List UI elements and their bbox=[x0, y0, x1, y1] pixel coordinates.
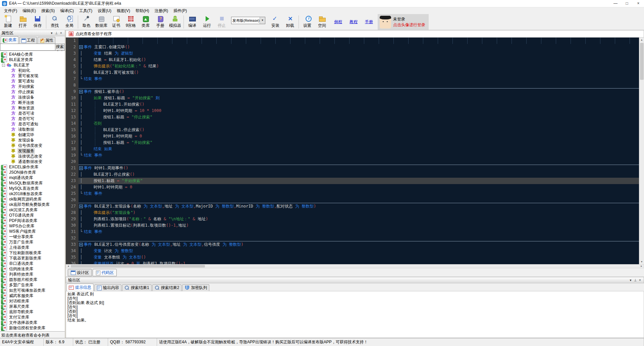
tree-item[interactable]: BLE蓝牙类库 bbox=[0, 57, 65, 62]
tree-item[interactable]: 事通道数据改变 bbox=[0, 159, 65, 164]
tree-item[interactable]: 万普广告类库 bbox=[0, 239, 65, 245]
tab-encrypt-queue[interactable]: 加密队列 bbox=[182, 284, 209, 291]
menu-item-2[interactable]: 搜索(S) bbox=[39, 7, 57, 14]
tree-item[interactable]: WS客户端类库 bbox=[0, 229, 65, 234]
manual-link[interactable]: 手册 bbox=[365, 19, 373, 25]
tab-project[interactable]: 工程 bbox=[19, 37, 37, 44]
login-area[interactable]: 未登录点击头像进行登录 bbox=[378, 14, 429, 30]
maximize-button[interactable]: □ bbox=[621, 0, 633, 7]
menu-item-1[interactable]: 编辑(E) bbox=[20, 7, 39, 14]
tree-item[interactable]: 信鸽推送类库 bbox=[0, 266, 65, 272]
close-icon[interactable]: × bbox=[59, 31, 63, 36]
tree-item[interactable]: 事连接状态改变 bbox=[0, 154, 65, 159]
uninstall-button[interactable]: 卸载 bbox=[283, 14, 298, 30]
code-line[interactable]: 5│ 弹出提示("初始化结果：" & 结果) bbox=[66, 63, 644, 69]
tree-item[interactable]: 如意可视播放器类库 bbox=[0, 288, 65, 293]
tree-item[interactable]: 方停止搜索 bbox=[0, 89, 65, 95]
tree-item[interactable]: 方读取数据 bbox=[0, 127, 65, 132]
tree-item[interactable]: 方是否可写 bbox=[0, 116, 65, 121]
tree-item[interactable]: 下载器更新版类库 bbox=[0, 255, 65, 261]
code-line[interactable]: 21−事件 时钟1.周期事件() bbox=[66, 165, 644, 171]
code-line[interactable]: 24│ 时钟1.时钟周期 = 0 bbox=[66, 184, 644, 190]
find-button[interactable]: 查找 bbox=[47, 14, 62, 30]
menu-item-3[interactable]: 编译(C) bbox=[57, 7, 76, 14]
tree-item[interactable]: 方断开连接 bbox=[0, 100, 65, 105]
nine-grid-button[interactable]: 9宫格 bbox=[123, 14, 138, 30]
code-line[interactable]: 36│ 变量循环首 计次 = 0 至 列表框1.取项目数()-1 bbox=[66, 261, 644, 264]
install-button[interactable]: 安装 bbox=[268, 14, 283, 30]
save-button[interactable]: 保存 bbox=[30, 14, 45, 30]
menu-item-7[interactable]: 帮助(H) bbox=[133, 7, 152, 14]
collapse-icon[interactable]: − bbox=[79, 243, 83, 246]
tree-item[interactable]: 文件选择器类库 bbox=[0, 320, 65, 325]
horizontal-scrollbar[interactable]: ◄ ► bbox=[66, 264, 644, 268]
search-command-button[interactable]: 搜索命令 bbox=[55, 44, 65, 51]
code-line[interactable]: 2−事件 主窗口.创建完毕() bbox=[66, 44, 644, 50]
collapse-icon[interactable]: − bbox=[79, 166, 83, 170]
tab-code-area[interactable]: 代码区 bbox=[93, 269, 117, 276]
tree-item[interactable]: 对话框类库 bbox=[0, 298, 65, 304]
tree-item[interactable]: 下拉刷新面板类库 bbox=[0, 250, 65, 255]
color-picker-button[interactable]: 取色 bbox=[79, 14, 94, 30]
code-line[interactable]: 12│ 时钟1.时钟周期 = 10 * 1000 bbox=[66, 108, 644, 114]
dropdown-arrow-icon[interactable]: ▾ bbox=[628, 278, 633, 283]
minimize-button[interactable]: — bbox=[610, 0, 621, 7]
run-button[interactable]: 运行 bbox=[200, 14, 214, 30]
tree-item[interactable]: ok2018播放器类库 bbox=[0, 191, 65, 196]
code-line[interactable]: 31└结束 事件 bbox=[66, 229, 644, 235]
settings-button[interactable]: 设置 bbox=[300, 14, 315, 30]
examples-link[interactable]: 例程 bbox=[334, 19, 342, 25]
scroll-left-icon[interactable]: ◄ bbox=[66, 265, 70, 268]
tree-item[interactable]: EXCEL操作类库 bbox=[0, 164, 65, 170]
tree-item[interactable]: 圆形图片框类库 bbox=[0, 277, 65, 282]
tab-properties[interactable]: 属性 bbox=[38, 37, 55, 44]
menu-item-6[interactable]: 视图(V) bbox=[114, 7, 133, 14]
code-line[interactable]: 17│ 按钮1.标题 = "开始搜索" bbox=[66, 139, 644, 146]
global-search-button[interactable]: 全局 bbox=[62, 14, 77, 30]
code-line[interactable]: 1 bbox=[66, 38, 644, 44]
tree-item[interactable]: 事创建完毕 bbox=[0, 132, 65, 137]
tree-item[interactable]: OTG通讯类库 bbox=[0, 213, 65, 218]
tree-item[interactable]: 事发现设备 bbox=[0, 137, 65, 143]
code-line[interactable]: 35│ 变量 文本数组 为 文本型() bbox=[66, 254, 644, 261]
tree-item[interactable]: 方连接设备 bbox=[0, 95, 65, 100]
code-line[interactable]: 9−事件 按钮1.被单击() bbox=[66, 89, 644, 95]
menu-item-5[interactable]: 设置(U) bbox=[95, 7, 114, 14]
tree-item[interactable]: mqtt通讯类库 bbox=[0, 175, 65, 180]
code-line[interactable]: 6│ BLE蓝牙1.置可被发现() bbox=[66, 69, 644, 76]
new-button[interactable]: 新建 bbox=[1, 14, 15, 30]
tree-item[interactable]: 方初始化 bbox=[0, 68, 65, 73]
tree-item[interactable]: MsSQL数据库类库 bbox=[0, 180, 65, 186]
code-line[interactable]: 19└结束 事件 bbox=[66, 152, 644, 159]
tree-item[interactable]: ok沉浸工具类库 bbox=[0, 207, 65, 213]
scroll-right-icon[interactable]: ► bbox=[639, 265, 644, 268]
tree-item[interactable]: 方是否可通知 bbox=[0, 121, 65, 127]
search-input[interactable] bbox=[0, 44, 55, 51]
tab-libraries[interactable]: 类库 bbox=[1, 36, 18, 44]
code-line[interactable]: 29│ 列表框1.添加项目("名称：" & 名称 & "\n地址：" & 地址) bbox=[66, 216, 644, 222]
code-line[interactable]: 10│ 如果 按钮1.标题 = "开始搜索" 则 bbox=[66, 95, 644, 101]
tree-item[interactable]: 屏幕尺类库 bbox=[0, 304, 65, 309]
code-line[interactable]: 33−事件 BLE蓝牙1.信号强度改变(名称 为 文本型,地址 为 文本型,信号… bbox=[66, 241, 644, 248]
tree-item[interactable]: 新微信授权登录类库 bbox=[0, 325, 65, 331]
release-mode-select[interactable]: 发布版(Release)▼ bbox=[231, 17, 265, 24]
tree-item[interactable]: 串口通讯类库 bbox=[0, 261, 65, 266]
tree-item[interactable]: MySQL直连类库 bbox=[0, 186, 65, 191]
code-line[interactable]: 22│ BLE蓝牙1.停止搜索() bbox=[66, 171, 644, 178]
tab-output-content[interactable]: 输出内容 bbox=[94, 284, 121, 291]
horizontal-scroll-thumb[interactable] bbox=[71, 265, 205, 268]
tree-item[interactable]: -BLE蓝牙 bbox=[0, 62, 65, 68]
collapse-icon[interactable]: − bbox=[79, 45, 83, 49]
code-line[interactable]: 30│ 列表框1.置项目标记(列表框1.取项目数()-1,地址) bbox=[66, 222, 644, 229]
vertical-scrollbar[interactable]: ▲ ▼ bbox=[639, 38, 644, 264]
code-line[interactable]: 8 bbox=[66, 82, 644, 89]
database-button[interactable]: 数据库 bbox=[94, 14, 109, 30]
open-button[interactable]: 打开 bbox=[15, 14, 30, 30]
tab-search-result-1[interactable]: 搜索结果1 bbox=[122, 284, 152, 291]
tutorial-link[interactable]: 教程 bbox=[350, 19, 358, 25]
tree-item[interactable]: 方是否可读 bbox=[0, 111, 65, 116]
tree-item[interactable]: 上传器类库 bbox=[0, 245, 65, 250]
code-line[interactable]: 13│ 按钮1.标题 = "停止搜索" bbox=[66, 114, 644, 120]
certificate-button[interactable]: 证书 bbox=[109, 14, 123, 30]
code-line[interactable]: 32 bbox=[66, 235, 644, 241]
